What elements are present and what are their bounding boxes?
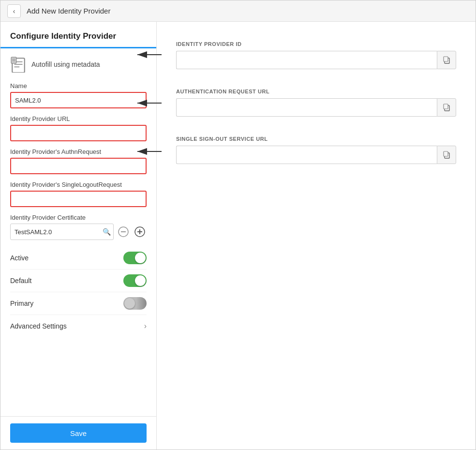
single-signout-url-copy-button[interactable]	[437, 146, 456, 164]
idp-id-input[interactable]	[176, 51, 437, 69]
plus-circle-icon	[134, 226, 145, 237]
single-signout-url-label: SINGLE SIGN-OUT SERVICE URL	[176, 136, 456, 142]
certificate-label: Identity Provider Certificate	[10, 214, 147, 221]
advanced-settings-label: Advanced Settings	[10, 322, 67, 330]
autofill-row[interactable]: Autofill using metadata	[10, 56, 147, 73]
name-label: Name	[10, 82, 147, 90]
single-signout-url-input[interactable]	[176, 146, 437, 164]
authn-request-input[interactable]	[10, 158, 147, 174]
idp-url-label: Identity Provider URL	[10, 115, 147, 122]
active-toggle-knob	[135, 253, 146, 263]
certificate-row: 🔍	[10, 224, 147, 240]
copy-icon-2	[443, 104, 450, 111]
auth-request-url-copy-button[interactable]	[437, 98, 456, 117]
idp-url-field-group: Identity Provider URL	[10, 115, 147, 141]
copy-icon-3	[443, 151, 450, 159]
primary-toggle-knob	[124, 298, 135, 309]
left-panel-header: Configure Identity Provider	[0, 22, 156, 48]
right-panel: IDENTITY PROVIDER ID AUTHENTICATION REQU…	[157, 22, 476, 450]
authn-request-label: Identity Provider's AuthnRequest	[10, 148, 147, 155]
primary-toggle-row: Primary	[10, 292, 147, 315]
single-logout-input[interactable]	[10, 191, 147, 207]
primary-toggle[interactable]	[123, 297, 147, 310]
remove-certificate-button[interactable]	[117, 225, 130, 239]
default-toggle[interactable]	[123, 274, 147, 287]
primary-label: Primary	[10, 300, 33, 307]
idp-id-label: IDENTITY PROVIDER ID	[176, 41, 456, 47]
auth-request-url-input[interactable]	[176, 98, 437, 117]
active-label: Active	[10, 254, 29, 262]
certificate-field-group: Identity Provider Certificate 🔍	[10, 214, 147, 240]
cert-input-wrap: 🔍	[10, 224, 114, 240]
save-button[interactable]: Save	[10, 423, 147, 443]
name-field-group: Name	[10, 82, 147, 108]
auth-request-url-field-group: AUTHENTICATION REQUEST URL	[176, 89, 456, 117]
svg-rect-14	[444, 57, 448, 61]
authn-request-field-group: Identity Provider's AuthnRequest	[10, 148, 147, 174]
auth-request-url-input-row	[176, 98, 456, 117]
idp-id-input-row	[176, 51, 456, 69]
single-logout-field-group: Identity Provider's SingleLogoutRequest	[10, 181, 147, 207]
app-window: ‹ Add New Identity Provider Configure Id…	[0, 0, 476, 450]
content-area: Configure Identity Provider Autofill usi…	[0, 22, 476, 450]
autofill-icon	[10, 56, 27, 73]
active-toggle-row: Active	[10, 247, 147, 270]
add-certificate-button[interactable]	[133, 225, 147, 239]
back-button[interactable]: ‹	[7, 4, 21, 18]
single-signout-url-input-row	[176, 146, 456, 164]
arrows-svg	[157, 22, 476, 450]
single-logout-label: Identity Provider's SingleLogoutRequest	[10, 181, 147, 188]
copy-icon	[443, 56, 450, 64]
certificate-input[interactable]	[10, 224, 114, 240]
name-input[interactable]	[10, 92, 147, 108]
svg-rect-18	[444, 151, 448, 156]
chevron-right-icon: ›	[144, 322, 147, 330]
search-icon[interactable]: 🔍	[103, 228, 111, 236]
configure-heading: Configure Identity Provider	[10, 31, 147, 41]
single-signout-url-field-group: SINGLE SIGN-OUT SERVICE URL	[176, 136, 456, 164]
title-bar-text: Add New Identity Provider	[27, 7, 110, 15]
title-bar: ‹ Add New Identity Provider	[0, 0, 476, 22]
default-toggle-knob	[135, 275, 146, 286]
back-icon: ‹	[13, 7, 15, 15]
left-panel-body: Autofill using metadata Name Identity Pr…	[0, 48, 156, 416]
svg-rect-16	[444, 104, 448, 109]
advanced-settings-row[interactable]: Advanced Settings ›	[10, 315, 147, 337]
left-panel: Configure Identity Provider Autofill usi…	[0, 22, 157, 450]
idp-url-input[interactable]	[10, 125, 147, 141]
active-toggle[interactable]	[123, 252, 147, 264]
idp-id-field-group: IDENTITY PROVIDER ID	[176, 41, 456, 69]
default-label: Default	[10, 277, 31, 285]
default-toggle-row: Default	[10, 270, 147, 292]
svg-rect-4	[11, 57, 16, 63]
auth-request-url-label: AUTHENTICATION REQUEST URL	[176, 89, 456, 94]
left-panel-footer: Save	[0, 416, 156, 450]
minus-circle-icon	[118, 226, 129, 237]
idp-id-copy-button[interactable]	[437, 51, 456, 69]
autofill-label: Autofill using metadata	[31, 60, 100, 68]
